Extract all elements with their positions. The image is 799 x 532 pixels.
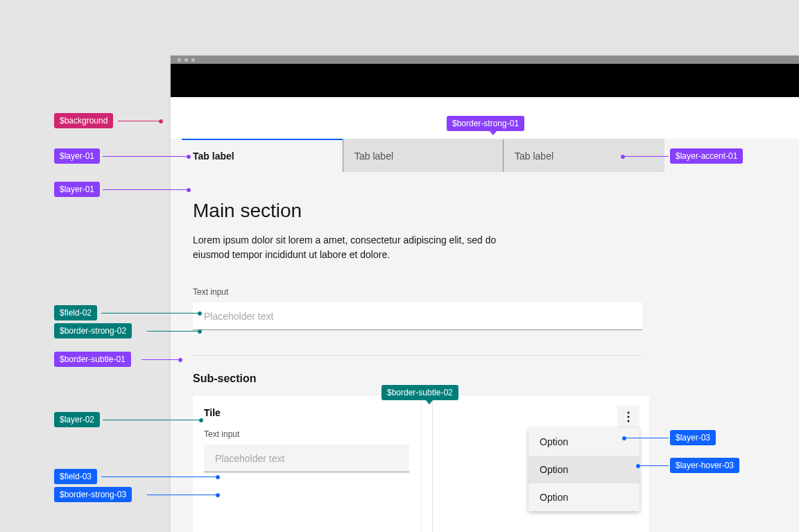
menu-item[interactable]: Option bbox=[529, 456, 639, 483]
token-border-strong-02: $border-strong-02 bbox=[54, 323, 132, 338]
overflow-menu: Option Option Option bbox=[529, 428, 639, 511]
caret-down-icon bbox=[426, 400, 433, 404]
tab-panel: Main section Lorem ipsum dolor sit lorem… bbox=[171, 172, 664, 532]
tab-3[interactable]: Tab label bbox=[504, 139, 664, 172]
token-border-strong-03: $border-strong-03 bbox=[54, 487, 132, 502]
token-layer-02: $layer-02 bbox=[54, 412, 100, 427]
tab-label: Tab label bbox=[515, 151, 553, 162]
svg-point-1 bbox=[628, 416, 630, 418]
leader-line bbox=[624, 438, 669, 438]
token-background: $background bbox=[54, 113, 113, 128]
main-body: Lorem ipsum dolor sit lorem a amet, cons… bbox=[193, 233, 498, 262]
kebab-icon bbox=[627, 411, 630, 422]
token-layer-01: $layer-01 bbox=[54, 182, 100, 197]
window-chrome bbox=[171, 55, 799, 64]
tab-label: Tab label bbox=[193, 151, 234, 162]
token-border-subtle-01: $border-subtle-01 bbox=[54, 352, 131, 367]
leader-line bbox=[103, 156, 189, 157]
token-field-03: $field-03 bbox=[54, 469, 97, 484]
tile-left: Tile Text input bbox=[193, 396, 420, 532]
sub-heading: Sub-section bbox=[193, 372, 642, 385]
leader-line bbox=[101, 477, 218, 477]
svg-point-0 bbox=[628, 412, 630, 414]
window-dot-icon bbox=[184, 58, 188, 62]
token-layer-01: $layer-01 bbox=[54, 148, 100, 164]
tile-input-label: Text input bbox=[204, 429, 409, 439]
leader-line bbox=[118, 121, 161, 121]
token-layer-03: $layer-03 bbox=[670, 430, 716, 445]
app-header bbox=[171, 64, 799, 97]
menu-item[interactable]: Option bbox=[529, 483, 639, 511]
leader-line bbox=[623, 156, 669, 157]
text-input-field: Text input bbox=[193, 287, 642, 330]
overflow-menu-button[interactable] bbox=[617, 406, 639, 428]
leader-line bbox=[147, 495, 218, 495]
leader-line bbox=[141, 359, 180, 360]
token-layer-accent-01: $layer-accent-01 bbox=[670, 148, 743, 164]
tab-1[interactable]: Tab label bbox=[182, 139, 343, 172]
window-dot-icon bbox=[178, 58, 181, 62]
tab-2[interactable]: Tab label bbox=[343, 139, 504, 172]
text-input[interactable] bbox=[193, 302, 642, 330]
tile-heading: Tile bbox=[204, 407, 409, 418]
token-border-subtle-02: $border-subtle-02 bbox=[381, 385, 458, 400]
leader-line bbox=[103, 420, 201, 420]
tile-text-input[interactable] bbox=[204, 445, 409, 472]
leader-line bbox=[638, 465, 669, 466]
leader-line bbox=[147, 331, 200, 332]
tiles-row: Tile Text input Option Option Option bbox=[193, 396, 642, 532]
token-field-02: $field-02 bbox=[54, 305, 97, 320]
window-dot-icon bbox=[191, 58, 195, 62]
token-layer-hover-03: $layer-hover-03 bbox=[670, 458, 739, 473]
section-divider bbox=[193, 355, 642, 356]
leader-line bbox=[103, 189, 189, 190]
token-border-strong-01: $border-strong-01 bbox=[447, 116, 524, 131]
caret-down-icon bbox=[490, 131, 497, 135]
leader-line bbox=[101, 313, 200, 314]
menu-item[interactable]: Option bbox=[529, 428, 639, 456]
tile-divider bbox=[432, 396, 433, 532]
svg-point-2 bbox=[628, 420, 630, 422]
tab-list: Tab label Tab label Tab label bbox=[182, 139, 664, 172]
tile-right: Option Option Option bbox=[422, 396, 649, 532]
main-heading: Main section bbox=[193, 200, 642, 222]
tab-label: Tab label bbox=[354, 151, 393, 162]
input-label: Text input bbox=[193, 287, 642, 297]
